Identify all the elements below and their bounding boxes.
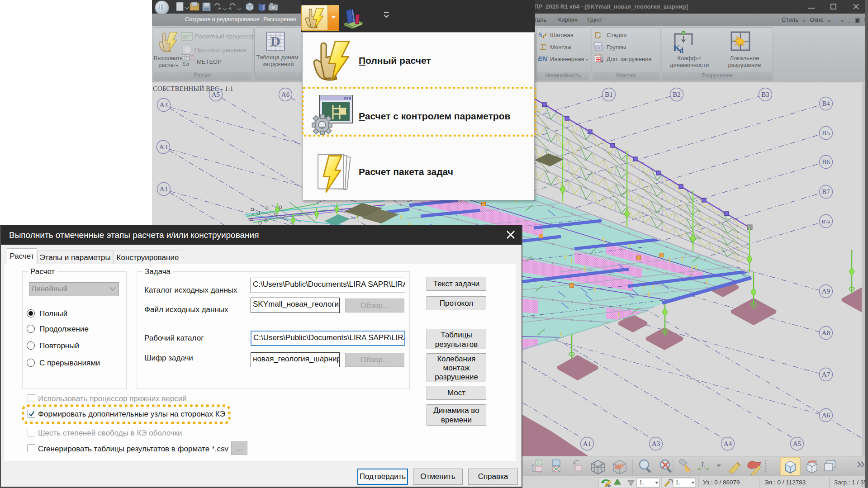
svg-text:A9: A9	[822, 288, 830, 295]
svg-text:A8: A8	[822, 329, 830, 336]
svg-text:B3: B3	[761, 91, 769, 98]
svg-text:B4: B4	[822, 100, 830, 107]
svg-text:Загр.: 1 / 35: Загр.: 1 / 35	[834, 479, 867, 486]
svg-text:1.: 1.	[675, 479, 680, 486]
svg-text:L: L	[701, 460, 705, 469]
svg-text:A3: A3	[652, 440, 660, 447]
svg-text:D: D	[270, 33, 280, 48]
svg-text:B7a: B7a	[821, 218, 830, 225]
svg-text:B6: B6	[822, 158, 830, 166]
svg-text:S: S	[538, 31, 542, 38]
svg-text:1.: 1.	[639, 479, 644, 486]
svg-text:A7: A7	[822, 371, 830, 378]
svg-text:B1: B1	[605, 91, 613, 98]
svg-text:СОБСТВЕННЫЙ ВЕС - 1:1: СОБСТВЕННЫЙ ВЕС - 1:1	[153, 85, 233, 92]
svg-text:B2: B2	[673, 91, 681, 98]
svg-text:A1: A1	[160, 185, 168, 193]
svg-text:A6: A6	[281, 91, 290, 98]
svg-text:d: d	[679, 47, 683, 54]
svg-text:A1: A1	[583, 440, 591, 447]
svg-text:A6: A6	[822, 412, 830, 419]
svg-text:A4: A4	[724, 440, 732, 447]
svg-text:A5: A5	[793, 440, 801, 447]
svg-text:A3: A3	[159, 143, 167, 151]
svg-text:B7: B7	[822, 188, 830, 195]
svg-text:№: №	[606, 483, 611, 488]
svg-text:A4: A4	[160, 101, 168, 109]
svg-text:Уз.: 0 / 86079: Уз.: 0 / 86079	[703, 479, 740, 486]
svg-text:B5: B5	[822, 129, 830, 137]
svg-text:Эл.: 0 / 112783: Эл.: 0 / 112783	[764, 479, 806, 486]
svg-text:Σσ: Σσ	[182, 61, 190, 67]
